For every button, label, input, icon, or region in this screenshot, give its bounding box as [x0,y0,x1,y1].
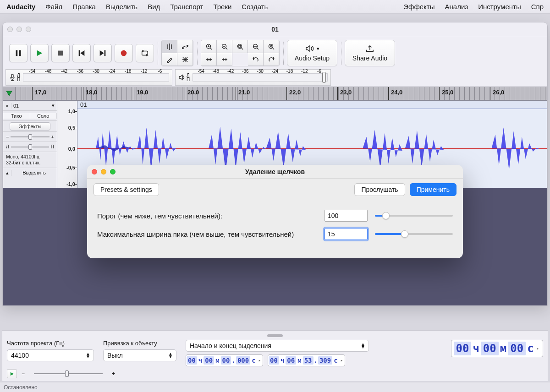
svg-marker-20 [10,372,13,375]
track-name[interactable]: 01 [11,103,50,109]
dialog-min-icon[interactable] [101,169,106,174]
timeline-pin-icon[interactable] [3,87,16,100]
playback-speed-slider[interactable] [29,371,107,376]
menu-select[interactable]: Выделить [106,3,138,11]
menu-instruments[interactable]: Инструменты [478,3,521,11]
menu-app-name[interactable]: Audacity [6,3,35,11]
mute-button[interactable]: Тихо [3,113,30,119]
undo-icon[interactable] [248,53,264,66]
apply-button[interactable]: Применить [410,183,456,196]
envelope-tool-icon[interactable] [177,40,193,53]
play-button[interactable] [30,44,49,62]
click-removal-dialog: Удаление щелчков Presets & settings Прос… [87,165,463,258]
silence-icon[interactable] [217,53,232,66]
selection-tool-icon[interactable] [162,40,177,53]
svg-rect-7 [104,50,106,56]
presets-button[interactable]: Presets & settings [94,183,159,196]
toolbars: ▾ Audio Setup Share Audio [3,36,547,68]
zoom-out-icon[interactable] [217,40,232,53]
status-bar: Остановлено [0,382,550,392]
track-effects-button[interactable]: Эффекты [10,122,50,131]
play-at-speed-button[interactable] [7,369,17,378]
spike-width-input[interactable] [324,228,368,240]
setup-toolbar: ▾ Audio Setup [283,38,341,68]
zoom-toggle-icon[interactable] [264,40,279,53]
vertical-scale[interactable]: 1,0 0,5 0,0 -0,5 -1,0 [57,101,77,188]
share-audio-button[interactable]: Share Audio [345,40,395,66]
traffic-close-icon[interactable] [7,27,13,32]
fit-selection-icon[interactable] [232,40,248,53]
record-meter[interactable]: ЛП -54 -48 -42 -36 -30 -24 -18 -12 -6 [6,69,172,86]
clip-label: 01 [80,101,87,108]
pan-slider[interactable]: Л П [3,142,57,152]
track-select-button[interactable]: Выделить [11,170,57,175]
menu-help[interactable]: Спр [531,3,544,11]
speaker-icon [178,74,186,81]
svg-marker-2 [37,50,43,56]
trim-icon[interactable] [201,53,217,66]
zoom-in-icon[interactable] [201,40,217,53]
snap-combo[interactable]: Выкл▲▼ [103,349,176,361]
dialog-zoom-icon[interactable] [110,169,116,174]
window-titlebar: 01 [3,22,547,36]
fit-project-icon[interactable] [248,40,264,53]
timeline-ruler[interactable]: 17,0 18,0 19,0 20,0 21,0 22,0 23,0 24,0 … [3,87,547,100]
skip-start-button[interactable] [72,44,91,62]
track-menu-icon[interactable]: ▾ [50,103,57,109]
record-db-scale: -54 -48 -42 -36 -30 -24 -18 -12 -6 [23,73,169,82]
menu-transport[interactable]: Транспорт [170,3,203,11]
dialog-close-icon[interactable] [92,169,97,174]
multi-tool-icon[interactable] [177,53,193,66]
audio-setup-button[interactable]: ▾ Audio Setup [287,40,337,66]
selection-mode-combo[interactable]: Начало и конец выделения▲▼ [186,340,369,352]
transport-toolbar [6,38,158,68]
stop-button[interactable] [51,44,70,62]
preview-button[interactable]: Прослушать [354,183,405,196]
spike-width-label: Максимальная ширина пика (чем выше, тем … [97,230,317,238]
project-rate-label: Частота проекта (Гц) [7,340,94,347]
microphone-icon [9,74,16,81]
selection-start-time[interactable]: 00ч 00м 00. 000 с▸ [186,354,263,366]
cursor-time-display[interactable]: 00ч 00м 00с ▸ [451,340,544,357]
macos-menubar: Audacity Файл Правка Выделить Вид Трансп… [0,0,550,14]
dialog-title: Удаление щелчков [87,168,463,175]
svg-rect-3 [58,51,63,56]
traffic-zoom-icon[interactable] [26,27,31,32]
menu-generate[interactable]: Создать [242,3,268,11]
track-close-icon[interactable]: × [3,103,11,109]
menu-effects[interactable]: Эффекты [403,3,434,11]
svg-marker-19 [6,91,12,96]
audio-setup-label: Audio Setup [295,54,330,62]
menu-file[interactable]: Файл [45,3,62,11]
selection-end-time[interactable]: 00ч 06м 53. 309 с▸ [268,354,345,366]
svg-rect-15 [239,45,241,47]
draw-tool-icon[interactable] [162,53,177,66]
loop-button[interactable] [136,44,154,62]
spike-width-slider[interactable] [375,233,453,235]
svg-marker-6 [100,50,104,56]
play-meter[interactable]: ЛП -54 -48 -42 -36 -30 -24 -18 -12 -6 [175,69,331,86]
document-window: 01 [2,22,548,306]
traffic-min-icon[interactable] [16,27,22,32]
resize-grabber-icon[interactable] [267,334,283,337]
pause-button[interactable] [9,44,28,62]
track-format-info: Моно, 44100Гц 32-бит с пл.тчк. [3,152,57,168]
playhead-grip-icon[interactable] [322,71,327,84]
svg-rect-0 [16,50,18,56]
record-button[interactable] [115,44,133,62]
skip-end-button[interactable] [94,44,112,62]
track-collapse-icon[interactable]: ▴ [3,170,11,176]
solo-button[interactable]: Соло [30,113,57,119]
menu-edit[interactable]: Правка [72,3,96,11]
threshold-label: Порог (чем ниже, тем чувствительней): [97,212,317,220]
gain-slider[interactable]: − + [3,132,57,142]
svg-point-11 [187,45,188,46]
threshold-input[interactable] [324,210,368,222]
menu-tracks[interactable]: Треки [213,3,231,11]
menu-analyze[interactable]: Анализ [445,3,468,11]
selection-toolbar: Частота проекта (Гц) 44100▲▼ Привязка к … [2,330,548,381]
threshold-slider[interactable] [375,215,453,217]
redo-icon[interactable] [264,53,279,66]
menu-view[interactable]: Вид [148,3,160,11]
project-rate-combo[interactable]: 44100▲▼ [7,349,94,361]
